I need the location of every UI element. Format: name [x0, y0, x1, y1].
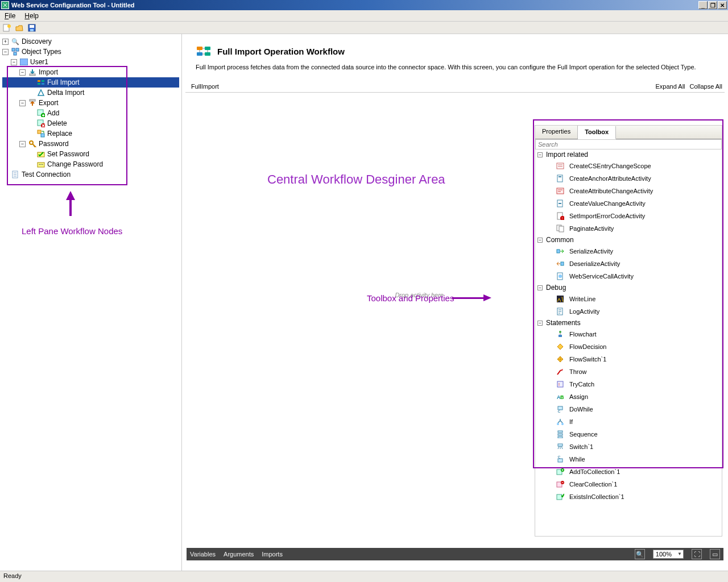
collapse-icon[interactable]: −	[19, 69, 26, 76]
collapse-icon[interactable]: −	[11, 59, 17, 65]
tree-node-import[interactable]: − Import	[2, 67, 179, 77]
svg-rect-7	[16, 48, 19, 51]
collapse-icon[interactable]: −	[537, 321, 543, 326]
toolbox-item-addtocollection[interactable]: AddToCollection`1	[535, 465, 722, 478]
canvas-breadcrumb-bar: FullImport Expand All Collapse All	[185, 82, 725, 93]
minimize-button[interactable]: _	[698, 1, 708, 9]
close-button[interactable]: ✕	[718, 1, 727, 9]
activity-icon	[556, 186, 565, 196]
menu-file[interactable]: File	[0, 11, 20, 21]
tree-node-delete[interactable]: Delete	[2, 118, 179, 128]
toolbar-new-icon[interactable]	[2, 23, 11, 32]
collapse-icon[interactable]: −	[19, 100, 26, 106]
window-title: Web Service Configuration Tool - Untitle…	[11, 2, 698, 9]
toolbox-item-dowhile[interactable]: DoWhile	[535, 403, 722, 415]
toolbox-item-clearcollection[interactable]: ClearCollection`1	[535, 478, 722, 490]
tree-node-password[interactable]: − Password	[2, 139, 179, 149]
toolbox-item-existsincollection[interactable]: ExistsInCollection`1	[535, 490, 722, 503]
switch-icon	[556, 442, 565, 451]
collapse-all-link[interactable]: Collapse All	[690, 83, 722, 90]
toolbox-item-serializeactivity[interactable]: SerializeActivity	[535, 245, 722, 257]
delete-icon	[36, 119, 46, 128]
svg-point-45	[559, 275, 562, 278]
toolbox-item-flowswitch[interactable]: FlowSwitch`1	[535, 353, 722, 365]
tab-properties[interactable]: Properties	[535, 126, 578, 139]
toolbox-item-assign[interactable]: ABAssign	[535, 390, 722, 403]
tree-node-replace[interactable]: Replace	[2, 128, 179, 139]
tree-node-full-import[interactable]: Full Import	[2, 77, 179, 88]
svg-rect-12	[42, 80, 44, 82]
collapse-icon[interactable]: −	[537, 285, 543, 290]
tree-node-user1[interactable]: − User1	[2, 57, 179, 67]
variables-link[interactable]: Variables	[190, 551, 216, 558]
tree-node-delta-import[interactable]: Delta Import	[2, 88, 179, 98]
toolbox-item-setimporterrorcodeactivity[interactable]: !SetImportErrorCodeActivity	[535, 210, 722, 222]
toolbox-item-createvaluechangeactivity[interactable]: CreateValueChangeActivity	[535, 197, 722, 210]
toolbox-group-debug[interactable]: −Debug	[535, 282, 722, 293]
toolbox-item-logactivity[interactable]: LogActivity	[535, 305, 722, 318]
breadcrumb[interactable]: FullImport	[191, 83, 651, 90]
status-text: Ready	[3, 572, 22, 579]
collapse-icon[interactable]: −	[537, 238, 543, 243]
overview-icon[interactable]: ▭	[710, 549, 720, 559]
tab-toolbox[interactable]: Toolbox	[578, 126, 616, 139]
activity-icon: !	[556, 211, 565, 221]
status-bar: Ready	[0, 571, 728, 582]
toolbox-item-flowdecision[interactable]: FlowDecision	[535, 340, 722, 353]
toolbox-item-switch[interactable]: Switch`1	[535, 440, 722, 453]
menu-help[interactable]: Help	[20, 11, 43, 21]
toolbox-group-statements[interactable]: −Statements	[535, 318, 722, 328]
svg-rect-21	[41, 134, 44, 137]
collapse-icon[interactable]: −	[19, 141, 26, 147]
clearcollection-icon	[556, 480, 565, 489]
toolbox-item-writeline[interactable]: WriteLine	[535, 293, 722, 305]
toolbar-save-icon[interactable]	[27, 23, 36, 32]
toolbar-open-icon[interactable]	[15, 23, 24, 32]
tree-node-discovery[interactable]: + 🔍 Discovery	[2, 36, 179, 47]
expand-icon[interactable]: +	[2, 39, 9, 45]
menu-bar: File Help	[0, 10, 728, 22]
toolbox-item-webservicecallactivity[interactable]: WebServiceCallActivity	[535, 270, 722, 282]
svg-rect-59	[558, 436, 562, 438]
expand-all-link[interactable]: Expand All	[656, 83, 685, 90]
toolbox-item-createcsentrychangescope[interactable]: CreateCSEntryChangeScope	[535, 160, 722, 172]
toolbox-item-if[interactable]: If	[535, 415, 722, 428]
search-icon[interactable]: 🔍	[635, 549, 645, 559]
designer-bottombar: Variables Arguments Imports 🔍 100% ⛶ ▭	[187, 548, 723, 560]
collapse-icon[interactable]: −	[537, 152, 543, 157]
side-panel-tabs: Properties Toolbox	[535, 126, 722, 139]
fit-to-screen-icon[interactable]: ⛶	[692, 549, 702, 559]
maximize-button[interactable]: ❐	[708, 1, 717, 9]
collapse-icon[interactable]: −	[2, 49, 9, 55]
zoom-dropdown[interactable]: 100%	[653, 550, 684, 559]
toolbox-group-common[interactable]: −Common	[535, 235, 722, 245]
svg-rect-5	[30, 29, 34, 31]
svg-rect-14	[42, 83, 44, 85]
toolbox-group-import-related[interactable]: −Import related	[535, 149, 722, 160]
toolbox-item-while[interactable]: While	[535, 453, 722, 465]
annotation-arrow-stem-h	[452, 297, 483, 299]
writeline-icon	[556, 294, 565, 304]
arguments-link[interactable]: Arguments	[224, 551, 254, 558]
drop-activity-hint: Drop activity here	[395, 292, 444, 298]
tree-node-set-password[interactable]: Set Password	[2, 149, 179, 159]
toolbox-item-createanchorattributeactivity[interactable]: CreateAnchorAttributeActivity	[535, 172, 722, 185]
tree-node-add[interactable]: Add	[2, 108, 179, 118]
imports-link[interactable]: Imports	[262, 551, 283, 558]
tree-node-object-types[interactable]: − Object Types	[2, 47, 179, 57]
toolbox-item-sequence[interactable]: Sequence	[535, 428, 722, 440]
toolbox-item-paginateactivity[interactable]: PaginateActivity	[535, 222, 722, 235]
toolbox-item-throw[interactable]: Throw	[535, 365, 722, 378]
svg-point-48	[559, 331, 561, 333]
addtocollection-icon	[556, 467, 565, 476]
toolbox-item-deserializeactivity[interactable]: DeserializeActivity	[535, 257, 722, 270]
tree-node-change-password[interactable]: *** Change Password	[2, 159, 179, 169]
svg-rect-29	[197, 52, 202, 56]
toolbox-list[interactable]: −Import related CreateCSEntryChangeScope…	[535, 149, 722, 536]
toolbox-item-trycatch[interactable]: !TryCatch	[535, 378, 722, 390]
toolbox-item-createattributechangeactivity[interactable]: CreateAttributeChangeActivity	[535, 185, 722, 197]
toolbox-search-input[interactable]	[535, 139, 722, 149]
tree-node-export[interactable]: − Export	[2, 98, 179, 108]
tree-node-test-connection[interactable]: Test Connection	[2, 169, 179, 180]
toolbox-item-flowchart[interactable]: Flowchart	[535, 328, 722, 340]
